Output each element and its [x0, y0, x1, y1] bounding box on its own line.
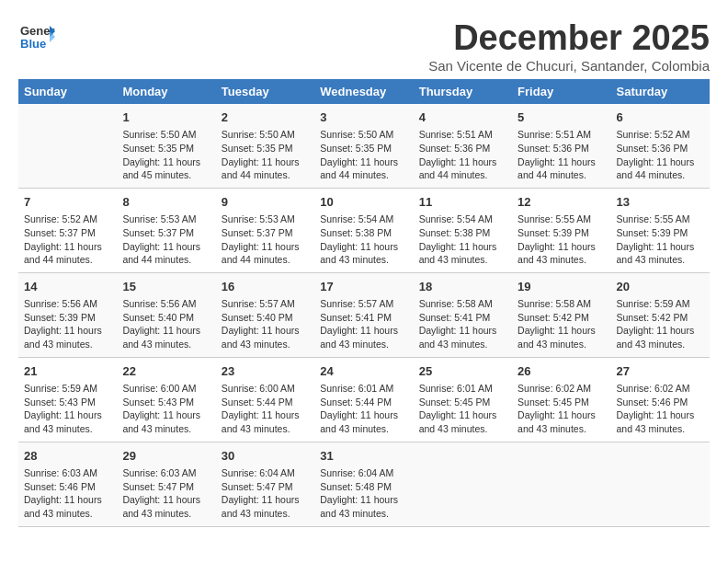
calendar-cell: 5Sunrise: 5:51 AM Sunset: 5:36 PM Daylig… [512, 104, 610, 188]
day-info: Sunrise: 5:57 AM Sunset: 5:40 PM Dayligh… [222, 297, 309, 351]
day-number: 1 [122, 109, 210, 126]
day-number: 8 [122, 194, 210, 211]
day-info: Sunrise: 5:56 AM Sunset: 5:40 PM Dayligh… [122, 297, 210, 351]
day-number: 7 [24, 194, 111, 211]
calendar-cell: 17Sunrise: 5:57 AM Sunset: 5:41 PM Dayli… [314, 272, 413, 357]
calendar-cell: 14Sunrise: 5:56 AM Sunset: 5:39 PM Dayli… [18, 272, 117, 357]
day-number: 25 [419, 363, 506, 380]
day-info: Sunrise: 5:50 AM Sunset: 5:35 PM Dayligh… [222, 128, 309, 182]
day-info: Sunrise: 5:55 AM Sunset: 5:39 PM Dayligh… [518, 213, 605, 267]
calendar-cell: 7Sunrise: 5:52 AM Sunset: 5:37 PM Daylig… [18, 188, 117, 272]
day-info: Sunrise: 6:02 AM Sunset: 5:45 PM Dayligh… [518, 382, 605, 436]
day-number: 9 [222, 194, 309, 211]
day-number: 11 [419, 194, 506, 211]
calendar-cell: 29Sunrise: 6:03 AM Sunset: 5:47 PM Dayli… [117, 442, 215, 526]
header-saturday: Saturday [611, 79, 710, 104]
day-number: 16 [222, 279, 309, 295]
calendar-cell: 22Sunrise: 6:00 AM Sunset: 5:43 PM Dayli… [117, 357, 215, 442]
day-number: 4 [419, 109, 506, 126]
main-title: December 2025 [428, 18, 710, 58]
day-number: 20 [617, 279, 704, 295]
week-row-4: 21Sunrise: 5:59 AM Sunset: 5:43 PM Dayli… [18, 357, 710, 442]
calendar-cell: 13Sunrise: 5:55 AM Sunset: 5:39 PM Dayli… [611, 188, 710, 272]
week-row-2: 7Sunrise: 5:52 AM Sunset: 5:37 PM Daylig… [18, 188, 710, 272]
calendar-cell: 10Sunrise: 5:54 AM Sunset: 5:38 PM Dayli… [314, 188, 413, 272]
logo: General Blue [18, 18, 55, 55]
calendar-table: SundayMondayTuesdayWednesdayThursdayFrid… [18, 79, 710, 527]
day-number: 27 [617, 363, 704, 380]
day-info: Sunrise: 5:50 AM Sunset: 5:35 PM Dayligh… [122, 128, 210, 182]
day-number: 23 [222, 363, 309, 380]
calendar-cell [414, 442, 512, 526]
day-info: Sunrise: 5:58 AM Sunset: 5:42 PM Dayligh… [518, 297, 605, 351]
header-monday: Monday [117, 79, 215, 104]
calendar-cell [611, 442, 710, 526]
day-info: Sunrise: 5:54 AM Sunset: 5:38 PM Dayligh… [320, 213, 407, 267]
day-info: Sunrise: 6:03 AM Sunset: 5:47 PM Dayligh… [122, 466, 210, 521]
day-number: 6 [617, 109, 704, 126]
day-number: 5 [518, 109, 605, 126]
day-number: 26 [518, 363, 605, 380]
day-number: 14 [24, 279, 111, 295]
title-section: December 2025 San Vicente de Chucuri, Sa… [428, 18, 710, 74]
day-number: 29 [122, 448, 210, 465]
calendar-cell: 2Sunrise: 5:50 AM Sunset: 5:35 PM Daylig… [216, 104, 314, 188]
calendar-cell: 12Sunrise: 5:55 AM Sunset: 5:39 PM Dayli… [512, 188, 610, 272]
day-info: Sunrise: 5:58 AM Sunset: 5:41 PM Dayligh… [419, 297, 506, 351]
calendar-cell: 19Sunrise: 5:58 AM Sunset: 5:42 PM Dayli… [512, 272, 610, 357]
day-number: 24 [320, 363, 407, 380]
week-row-3: 14Sunrise: 5:56 AM Sunset: 5:39 PM Dayli… [18, 272, 710, 357]
calendar-cell: 16Sunrise: 5:57 AM Sunset: 5:40 PM Dayli… [216, 272, 314, 357]
calendar-cell [18, 104, 117, 188]
calendar-cell: 8Sunrise: 5:53 AM Sunset: 5:37 PM Daylig… [117, 188, 215, 272]
calendar-cell: 11Sunrise: 5:54 AM Sunset: 5:38 PM Dayli… [414, 188, 512, 272]
day-number: 22 [122, 363, 210, 380]
calendar-cell: 20Sunrise: 5:59 AM Sunset: 5:42 PM Dayli… [611, 272, 710, 357]
svg-text:Blue: Blue [20, 37, 46, 51]
header-thursday: Thursday [414, 79, 512, 104]
day-info: Sunrise: 5:51 AM Sunset: 5:36 PM Dayligh… [518, 128, 605, 182]
day-info: Sunrise: 5:53 AM Sunset: 5:37 PM Dayligh… [222, 213, 309, 267]
day-number: 3 [320, 109, 407, 126]
calendar-cell: 9Sunrise: 5:53 AM Sunset: 5:37 PM Daylig… [216, 188, 314, 272]
day-number: 28 [24, 448, 111, 465]
calendar-cell: 21Sunrise: 5:59 AM Sunset: 5:43 PM Dayli… [18, 357, 117, 442]
calendar-cell [512, 442, 610, 526]
calendar-cell: 15Sunrise: 5:56 AM Sunset: 5:40 PM Dayli… [117, 272, 215, 357]
day-number: 13 [617, 194, 704, 211]
day-info: Sunrise: 5:55 AM Sunset: 5:39 PM Dayligh… [617, 213, 704, 267]
calendar-cell: 27Sunrise: 6:02 AM Sunset: 5:46 PM Dayli… [611, 357, 710, 442]
calendar-cell: 6Sunrise: 5:52 AM Sunset: 5:36 PM Daylig… [611, 104, 710, 188]
day-number: 21 [24, 363, 111, 380]
calendar-cell: 1Sunrise: 5:50 AM Sunset: 5:35 PM Daylig… [117, 104, 215, 188]
day-number: 18 [419, 279, 506, 295]
day-info: Sunrise: 6:01 AM Sunset: 5:44 PM Dayligh… [320, 382, 407, 436]
day-number: 12 [518, 194, 605, 211]
header-sunday: Sunday [18, 79, 117, 104]
subtitle: San Vicente de Chucuri, Santander, Colom… [428, 58, 710, 74]
calendar-cell: 26Sunrise: 6:02 AM Sunset: 5:45 PM Dayli… [512, 357, 610, 442]
calendar-cell: 31Sunrise: 6:04 AM Sunset: 5:48 PM Dayli… [314, 442, 413, 526]
day-number: 19 [518, 279, 605, 295]
calendar-cell: 25Sunrise: 6:01 AM Sunset: 5:45 PM Dayli… [414, 357, 512, 442]
day-info: Sunrise: 5:50 AM Sunset: 5:35 PM Dayligh… [320, 128, 407, 182]
day-number: 2 [222, 109, 309, 126]
day-info: Sunrise: 6:04 AM Sunset: 5:48 PM Dayligh… [320, 466, 407, 521]
day-info: Sunrise: 6:00 AM Sunset: 5:43 PM Dayligh… [122, 382, 210, 436]
calendar-cell: 18Sunrise: 5:58 AM Sunset: 5:41 PM Dayli… [414, 272, 512, 357]
calendar-cell: 24Sunrise: 6:01 AM Sunset: 5:44 PM Dayli… [314, 357, 413, 442]
week-row-1: 1Sunrise: 5:50 AM Sunset: 5:35 PM Daylig… [18, 104, 710, 188]
calendar-cell: 28Sunrise: 6:03 AM Sunset: 5:46 PM Dayli… [18, 442, 117, 526]
day-number: 31 [320, 448, 407, 465]
calendar-cell: 3Sunrise: 5:50 AM Sunset: 5:35 PM Daylig… [314, 104, 413, 188]
day-info: Sunrise: 6:02 AM Sunset: 5:46 PM Dayligh… [617, 382, 704, 436]
day-info: Sunrise: 6:01 AM Sunset: 5:45 PM Dayligh… [419, 382, 506, 436]
day-info: Sunrise: 5:59 AM Sunset: 5:42 PM Dayligh… [617, 297, 704, 351]
day-info: Sunrise: 6:03 AM Sunset: 5:46 PM Dayligh… [24, 466, 111, 521]
calendar-header-row: SundayMondayTuesdayWednesdayThursdayFrid… [18, 79, 710, 104]
day-info: Sunrise: 5:57 AM Sunset: 5:41 PM Dayligh… [320, 297, 407, 351]
day-info: Sunrise: 5:52 AM Sunset: 5:37 PM Dayligh… [24, 213, 111, 267]
logo-icon: General Blue [18, 18, 55, 55]
calendar-cell: 30Sunrise: 6:04 AM Sunset: 5:47 PM Dayli… [216, 442, 314, 526]
day-number: 17 [320, 279, 407, 295]
